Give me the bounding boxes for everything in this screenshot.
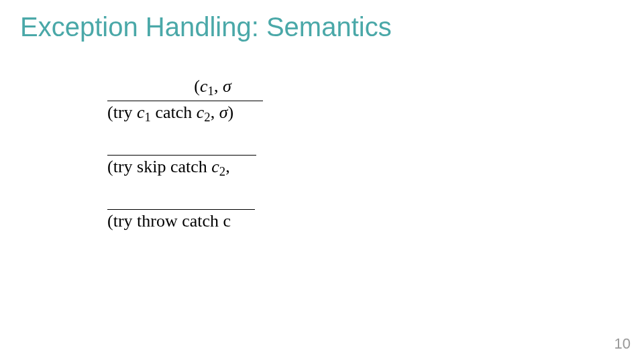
rule-premise-crop: (c1, σ (107, 76, 263, 99)
rule-divider (107, 155, 256, 156)
rule-divider (107, 209, 255, 210)
slide-title: Exception Handling: Semantics (0, 0, 644, 49)
rule-conclusion: (try c1 catch c2, σ) (107, 102, 233, 125)
rules-area: (c1, σ (try c1 catch c2, σ) (try skip ca… (0, 76, 644, 233)
rule-conclusion-crop: (try skip catch c2, (107, 156, 270, 179)
rule-conclusion-crop: (try c1 catch c2, σ) (107, 102, 263, 125)
inference-rule: (try throw catch c (107, 207, 268, 233)
rule-conclusion: (try skip catch c2, (107, 156, 230, 179)
rule-premise: (c1, σ (194, 76, 231, 99)
inference-rule: (c1, σ (try c1 catch c2, σ) (107, 76, 263, 125)
rule-conclusion-crop: (try throw catch c (107, 210, 268, 233)
rule-conclusion: (try throw catch c (107, 210, 231, 233)
inference-rule: (try skip catch c2, (107, 153, 270, 179)
page-number: 10 (614, 335, 631, 353)
rule-divider (107, 101, 263, 101)
